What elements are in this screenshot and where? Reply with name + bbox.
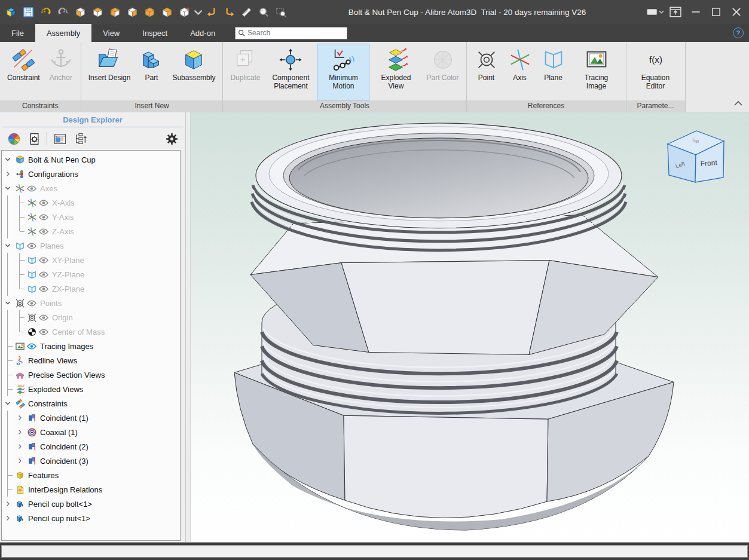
tree-item-xy-plane[interactable]: XY-Plane (2, 253, 180, 267)
app-logo-button[interactable] (2, 3, 19, 21)
tree-item-configurations[interactable]: Configurations (2, 167, 180, 181)
view-back-button[interactable] (176, 3, 192, 21)
layout-scheme-button[interactable] (645, 3, 665, 21)
new-window-button[interactable] (665, 3, 686, 21)
visibility-eye-icon[interactable] (38, 254, 50, 266)
tree-item-zx-plane[interactable]: ZX-Plane (2, 281, 180, 296)
minimum-motion-button[interactable]: Minimum Motion (317, 44, 369, 100)
tree-item-exploded-views[interactable]: Exploded Views (2, 382, 180, 396)
panel-splitter[interactable] (186, 112, 191, 542)
subassembly-button[interactable]: Subassembly (168, 44, 219, 100)
chevron-right-icon[interactable] (14, 411, 26, 425)
tree-item-y-axis[interactable]: Y-Axis (2, 210, 180, 224)
undo-button[interactable] (37, 3, 54, 21)
constraint-button[interactable]: Constraint (3, 44, 44, 100)
chevron-down-icon[interactable] (2, 181, 14, 195)
view-left-button[interactable] (106, 3, 123, 21)
chevron-down-icon[interactable] (2, 296, 14, 310)
help-button[interactable]: ? (733, 27, 744, 38)
tree-item-tracing-images[interactable]: Tracing Images (2, 339, 180, 353)
view-top-button[interactable] (89, 3, 106, 21)
component-placement-button[interactable]: Component Placement (264, 44, 317, 100)
tree-item-coincident-3[interactable]: Coincident (3) (2, 454, 180, 468)
tree-item-z-axis[interactable]: Z-Axis (2, 224, 180, 238)
color-scheme-button[interactable] (6, 131, 22, 146)
tree-item-precise-section-views[interactable]: Precise Section Views (2, 368, 180, 382)
tree-item-coaxial-1[interactable]: Coaxial (1) (2, 425, 180, 439)
tab-view[interactable]: View (91, 24, 131, 42)
chevron-right-icon[interactable] (14, 454, 26, 468)
chevron-right-icon[interactable] (14, 439, 26, 454)
maximize-button[interactable] (706, 3, 726, 21)
tree-item-pencil-cup-bolt-1[interactable]: Pencil cup bolt<1> (2, 497, 180, 511)
axis-button[interactable]: Axis (503, 44, 537, 100)
point-button[interactable]: Point (470, 44, 503, 100)
visibility-eye-icon[interactable] (38, 197, 50, 209)
tree-item-yz-plane[interactable]: YZ-Plane (2, 267, 180, 281)
visibility-eye-icon[interactable] (26, 240, 38, 252)
tree-item-axes[interactable]: Axes (2, 181, 180, 195)
minimize-button[interactable] (686, 3, 706, 21)
tab-inspect[interactable]: Inspect (131, 24, 179, 42)
visibility-eye-icon[interactable] (38, 326, 50, 338)
tree-options-button[interactable] (72, 131, 88, 146)
view-front-button[interactable] (72, 3, 88, 21)
tree-item-coincident-2[interactable]: Coincident (2) (2, 439, 180, 454)
tree-item-redline-views[interactable]: Redline Views (2, 353, 180, 368)
measure-button[interactable] (238, 3, 255, 21)
settings-button[interactable] (164, 131, 179, 146)
tab-file[interactable]: File (0, 24, 35, 42)
visibility-eye-icon[interactable] (38, 311, 50, 323)
tree-item-constraints[interactable]: Constraints (2, 396, 180, 411)
search-input[interactable] (247, 29, 344, 37)
visibility-eye-icon[interactable] (38, 268, 50, 280)
view-right-button[interactable] (124, 3, 140, 21)
plane-button[interactable]: Plane (537, 44, 570, 100)
view-cube-top-label[interactable]: Top (692, 137, 699, 144)
visibility-eye-icon[interactable] (38, 225, 50, 237)
tree-item-x-axis[interactable]: X-Axis (2, 195, 180, 210)
visibility-eye-icon[interactable] (38, 283, 50, 295)
viewport-3d[interactable]: Front Left Top (191, 112, 749, 542)
visibility-eye-icon[interactable] (26, 297, 38, 309)
tree-item-features[interactable]: Features (2, 468, 180, 482)
tracing-image-button[interactable]: Tracing Image (570, 44, 623, 100)
zoom-to-window-button[interactable] (273, 3, 289, 21)
view-iso-button[interactable] (141, 3, 158, 21)
chevron-down-icon[interactable] (2, 152, 14, 167)
close-button[interactable] (726, 3, 747, 21)
tree-item-points[interactable]: Points (2, 296, 180, 310)
tree-item-coincident-1[interactable]: Coincident (1) (2, 411, 180, 425)
collapse-ribbon-button[interactable] (733, 99, 743, 108)
chevron-right-icon[interactable] (2, 511, 14, 525)
save-button[interactable] (20, 3, 36, 21)
visibility-eye-icon[interactable] (26, 182, 38, 194)
tree-item-pencil-cup-nut-1[interactable]: Pencil cup nut<1> (2, 511, 180, 525)
search-box[interactable] (235, 27, 347, 39)
visibility-eye-icon[interactable] (38, 211, 50, 223)
tree-item-origin[interactable]: Origin (2, 310, 180, 325)
panel-layout-button[interactable] (52, 131, 68, 146)
tree-item-center-of-mass[interactable]: Center of Mass (2, 325, 180, 339)
view-cube[interactable]: Front Left Top (662, 122, 729, 188)
zoom-to-fit-button[interactable] (255, 3, 272, 21)
chevron-right-icon[interactable] (2, 497, 14, 511)
chevron-right-icon[interactable] (14, 425, 26, 439)
views-dropdown-button[interactable] (193, 3, 203, 21)
visibility-eye-icon[interactable] (26, 340, 38, 352)
exploded-view-button[interactable]: Exploded View (369, 44, 422, 100)
chevron-right-icon[interactable] (2, 167, 14, 181)
view-bottom-button[interactable] (158, 3, 175, 21)
tab-add-on[interactable]: Add-on (179, 24, 227, 42)
equation-editor-button[interactable]: f(x)Equation Editor (629, 44, 682, 100)
tree-item-interdesign-relations[interactable]: InterDesign Relations (2, 482, 180, 497)
tree-item-planes[interactable]: Planes (2, 238, 180, 253)
view-cube-front-label[interactable]: Front (700, 158, 718, 168)
rotate-left-90-button[interactable] (203, 3, 220, 21)
tree-item-bolt-nut-pen-cup[interactable]: Bolt & Nut Pen Cup (2, 152, 180, 167)
design-properties-button[interactable] (26, 131, 42, 146)
insert-design-button[interactable]: Insert Design (84, 44, 135, 100)
rotate-right-90-button[interactable] (221, 3, 237, 21)
chevron-down-icon[interactable] (2, 396, 14, 411)
redo-button[interactable] (54, 3, 71, 21)
